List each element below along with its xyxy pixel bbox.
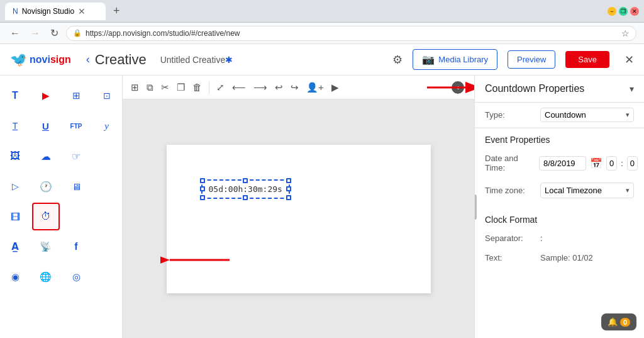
tool-empty-3	[62, 203, 90, 230]
redo-button[interactable]: ↪	[287, 79, 302, 96]
notification-bell[interactable]: 🔔 0	[601, 313, 636, 330]
delete-button[interactable]: 🗑	[189, 79, 205, 95]
align-right-button[interactable]: ⟶	[250, 79, 270, 96]
countdown-icon: ⏱	[41, 211, 51, 222]
window-minimize-button[interactable]: −	[608, 7, 616, 16]
browser-tab[interactable]: N Novisign Studio ✕	[5, 3, 106, 20]
timezone-select[interactable]: Local Timezone ▾	[540, 183, 634, 198]
resize-handle-tr[interactable]	[286, 178, 291, 183]
tool-signal[interactable]: 📡	[32, 233, 60, 261]
tool-rich-text[interactable]: A̲	[1, 233, 29, 261]
bookmark-icon[interactable]: ☆	[621, 28, 630, 38]
resize-handle-mr[interactable]	[286, 186, 291, 191]
tool-clock[interactable]: 🕐	[32, 172, 60, 200]
screen-icon: 🖥	[72, 181, 81, 192]
tool-rss[interactable]: ◉	[1, 263, 29, 291]
tool-text-format[interactable]: T	[1, 112, 29, 140]
tool-weather[interactable]: ☁	[32, 142, 60, 170]
logo-bird-icon: 🐦	[10, 52, 27, 68]
event-properties-section: Event Properties	[475, 128, 644, 149]
separator-label: Separator:	[485, 234, 535, 243]
window-maximize-button[interactable]: ❐	[619, 7, 628, 16]
add-user-button[interactable]: 👤+	[303, 79, 327, 96]
preview-button[interactable]: Preview	[508, 50, 555, 69]
tool-globe[interactable]: 🌐	[32, 263, 60, 291]
text-label: Text:	[485, 253, 535, 262]
toolbar-grid: T ▶ ⊞ ⊡ T U FTP y	[0, 81, 122, 292]
datetime-label: Date and Time:	[485, 154, 535, 172]
tool-underline[interactable]: U	[32, 112, 60, 140]
settings-icon[interactable]: ⚙	[392, 53, 402, 67]
cut-button[interactable]: ✂	[158, 79, 172, 96]
tool-empty-1	[93, 142, 121, 170]
countdown-element[interactable]: 05d:00h:30m:29s	[201, 179, 290, 199]
url-bar[interactable]: 🔒 https://app.novisign.com/studio/#/crea…	[66, 26, 636, 41]
media-library-button[interactable]: 📷 Media Library	[413, 49, 497, 70]
tool-countdown[interactable]: ⏱	[32, 203, 60, 230]
weather-icon: ☁	[41, 150, 51, 162]
canvas-area: ⊞ ⧉ ✂ ❐ 🗑 ⤢ ⟵ ⟶ ↩ ↪ 👤+ ▶ ‹	[123, 76, 474, 338]
tab-close-button[interactable]: ✕	[78, 6, 86, 16]
resize-handle-bl[interactable]	[200, 195, 205, 200]
back-button[interactable]: ←	[8, 26, 23, 40]
camera-icon: 📷	[422, 54, 435, 65]
undo-button[interactable]: ↩	[272, 79, 286, 96]
canvas[interactable]: 05d:00h:30m:29s	[167, 145, 431, 293]
tool-text[interactable]: T	[1, 82, 29, 110]
tool-touch[interactable]: ☞	[62, 142, 90, 170]
close-icon[interactable]: ✕	[625, 53, 634, 67]
tool-media-reel[interactable]: 🎞	[1, 203, 29, 230]
tool-facebook[interactable]: f	[62, 233, 90, 261]
qr-icon: ⊡	[103, 91, 111, 101]
refresh-button[interactable]: ↻	[48, 26, 61, 40]
forward-button[interactable]: →	[28, 26, 43, 40]
resize-handle-br[interactable]	[286, 195, 291, 200]
left-toolbar: T ▶ ⊞ ⊡ T U FTP y	[0, 76, 123, 338]
window-close-button[interactable]: ✕	[630, 7, 639, 16]
resize-handle-ml[interactable]	[200, 186, 205, 191]
copy-button[interactable]: ❐	[174, 79, 188, 96]
type-row: Type: Countdown ▾	[475, 103, 644, 128]
tool-image[interactable]: 🖼	[1, 142, 29, 170]
new-tab-button[interactable]: +	[111, 4, 123, 18]
clock-format-section: Clock Format	[475, 208, 644, 228]
datetime-row: Date and Time: 📅 0 : 0	[475, 149, 644, 177]
tool-youtube[interactable]: ▶	[32, 82, 60, 110]
tool-yammer[interactable]: y	[93, 112, 121, 140]
back-to-home-button[interactable]: ‹	[86, 53, 90, 66]
browser-chrome: N Novisign Studio ✕ + − ❐ ✕	[0, 0, 644, 23]
type-select[interactable]: Countdown ▾	[540, 108, 634, 122]
tool-video[interactable]: ▷	[1, 172, 29, 200]
tab-title: Novisign Studio	[22, 7, 74, 16]
align-left-button[interactable]: ⟵	[229, 79, 249, 96]
properties-collapse-icon[interactable]: ▾	[630, 84, 634, 94]
duplicate-button[interactable]: ⧉	[143, 79, 157, 96]
right-panel: Countdown Properties ▾ Type: Countdown ▾…	[474, 76, 644, 338]
separator-value: :	[540, 234, 543, 243]
clock-icon: 🕐	[40, 181, 52, 193]
time-hour-input[interactable]: 0	[606, 156, 617, 171]
tool-qr[interactable]: ⊡	[93, 82, 121, 110]
arrow-annotation-right	[424, 78, 474, 97]
expand-button[interactable]: ⤢	[213, 79, 228, 96]
separator-row: Separator: :	[475, 228, 644, 248]
image-icon: 🖼	[10, 150, 20, 162]
resize-handle-tl[interactable]	[200, 178, 205, 183]
resize-handle-tm[interactable]	[243, 178, 248, 183]
grid-button[interactable]: ⊞	[128, 79, 142, 96]
calendar-icon[interactable]: 📅	[590, 157, 602, 169]
tool-screen[interactable]: 🖥	[62, 172, 90, 200]
document-title: Untitled Creative✱	[160, 55, 233, 65]
resize-handle-bm[interactable]	[243, 195, 248, 200]
time-minute-input[interactable]: 0	[627, 156, 638, 171]
type-value: Countdown	[545, 110, 626, 120]
play-button[interactable]: ▶	[328, 79, 342, 96]
panel-drag-handle[interactable]	[474, 194, 477, 220]
tool-instagram[interactable]: ◎	[62, 263, 90, 291]
tool-widget[interactable]: ⊞	[62, 82, 90, 110]
tool-ftp[interactable]: FTP	[62, 112, 90, 140]
tab-favicon: N	[13, 7, 18, 16]
datetime-input[interactable]	[539, 156, 586, 171]
address-bar: ← → ↻ 🔒 https://app.novisign.com/studio/…	[0, 23, 644, 44]
save-button[interactable]: Save	[565, 51, 609, 68]
